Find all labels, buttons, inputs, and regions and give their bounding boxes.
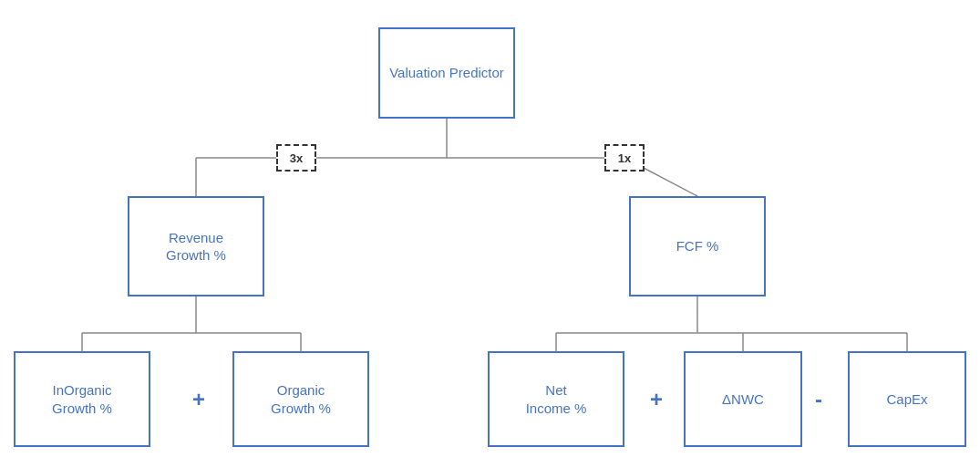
three-x-label: 3x — [290, 151, 303, 165]
valuation-predictor-label: Valuation Predictor — [389, 64, 504, 82]
organic-growth-label: OrganicGrowth % — [271, 381, 331, 417]
net-income-node: NetIncome % — [488, 351, 624, 447]
nwc-label: ΔNWC — [722, 390, 764, 409]
valuation-predictor-node: Valuation Predictor — [378, 27, 515, 119]
fcf-node: FCF % — [629, 196, 766, 296]
plus-left-label: + — [192, 387, 205, 412]
revenue-growth-label: RevenueGrowth % — [166, 229, 226, 265]
plus-operator-left: + — [179, 381, 219, 418]
capex-label: CapEx — [886, 390, 927, 409]
inorganic-growth-label: InOrganicGrowth % — [52, 381, 112, 417]
one-x-badge: 1x — [604, 144, 645, 172]
capex-node: CapEx — [848, 351, 966, 447]
organic-growth-node: OrganicGrowth % — [232, 351, 369, 447]
nwc-node: ΔNWC — [684, 351, 802, 447]
minus-right-label: - — [815, 387, 822, 412]
inorganic-growth-node: InOrganicGrowth % — [14, 351, 150, 447]
plus-operator-right: + — [638, 381, 675, 418]
one-x-label: 1x — [618, 151, 631, 165]
diagram: Valuation Predictor RevenueGrowth % FCF … — [0, 0, 980, 468]
revenue-growth-node: RevenueGrowth % — [128, 196, 264, 296]
plus-right-label: + — [650, 387, 663, 412]
three-x-badge: 3x — [276, 144, 316, 172]
net-income-label: NetIncome % — [526, 381, 587, 417]
minus-operator-right: - — [800, 381, 837, 418]
fcf-label: FCF % — [676, 237, 719, 255]
